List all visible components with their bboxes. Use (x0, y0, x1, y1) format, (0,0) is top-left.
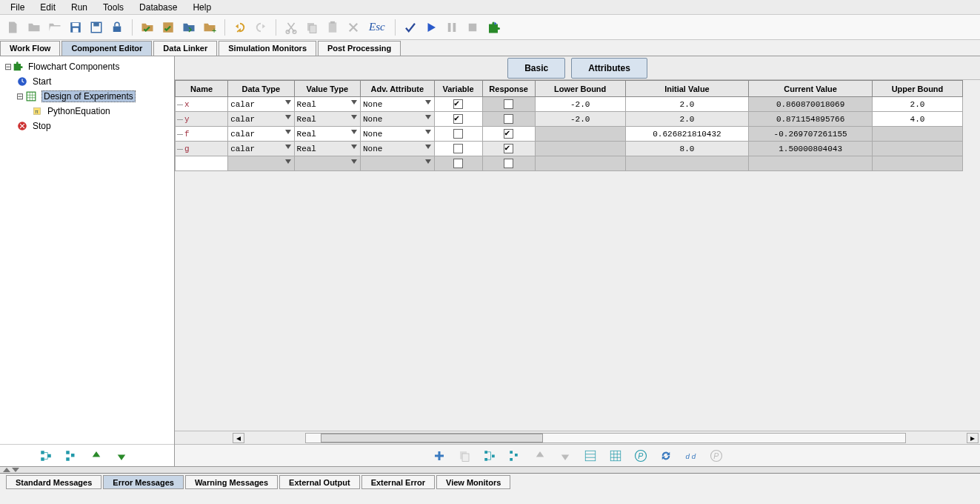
grid-cell[interactable]: 8.0 (625, 142, 749, 156)
btab-view-mon[interactable]: View Monitors (436, 475, 510, 489)
pause-icon[interactable] (443, 19, 461, 36)
checkbox[interactable] (504, 129, 513, 139)
col-lower[interactable]: Lower Bound (535, 81, 625, 97)
tree-start[interactable]: Start (1, 74, 173, 89)
dropdown-arrow-icon[interactable] (425, 159, 431, 164)
grid-cell[interactable]: Real (294, 97, 360, 112)
grid-cell[interactable]: calar (228, 112, 294, 127)
menu-help[interactable]: Help (187, 1, 217, 14)
move-down-icon[interactable] (113, 447, 130, 465)
grid-cell[interactable]: f (176, 127, 228, 142)
copy-row-icon[interactable] (456, 447, 473, 465)
col-response[interactable]: Response (482, 81, 535, 97)
dropdown-arrow-icon[interactable] (285, 115, 291, 119)
grid-cell[interactable] (535, 142, 625, 156)
btab-ext-out[interactable]: External Output (279, 475, 360, 489)
grid-row[interactable]: gcalarRealNone8.01.50000804043 (176, 142, 963, 156)
grid-cell[interactable]: 1.50000804043 (749, 142, 873, 156)
grid-cell[interactable]: calar (228, 127, 294, 142)
grid-cell[interactable] (482, 112, 535, 127)
horizontal-scrollbar[interactable]: ◂ ▸ (175, 431, 980, 444)
grid-cell[interactable] (434, 156, 482, 171)
grid-cell[interactable]: None (360, 112, 434, 127)
tree-stop[interactable]: Stop (1, 119, 173, 133)
grid-cell[interactable]: None (360, 97, 434, 112)
grid-cell[interactable]: y (176, 112, 228, 127)
cut-icon[interactable] (282, 19, 300, 36)
open-check-icon[interactable] (139, 19, 156, 36)
tree-collapse-icon[interactable] (62, 447, 80, 465)
dropdown-arrow-icon[interactable] (285, 159, 291, 164)
dropdown-arrow-icon[interactable] (285, 145, 291, 149)
col-upper[interactable]: Upper Bound (872, 81, 962, 97)
grid-row[interactable] (176, 156, 963, 171)
dropdown-arrow-icon[interactable] (425, 130, 431, 134)
redo-icon[interactable] (252, 19, 270, 36)
grid-cell[interactable] (482, 142, 535, 156)
btab-warning[interactable]: Warning Messages (185, 475, 278, 489)
grid-cell[interactable] (482, 127, 535, 142)
tree-doe[interactable]: ⊟ Design of Experiments (1, 89, 173, 104)
new-file-icon[interactable] (4, 19, 22, 36)
grid-cell[interactable] (228, 156, 294, 171)
checkbox[interactable] (504, 114, 513, 124)
grid-cell[interactable]: 2.0 (625, 97, 749, 112)
menu-database[interactable]: Database (133, 1, 183, 14)
btab-ext-err[interactable]: External Error (361, 475, 435, 489)
tab-data-linker[interactable]: Data Linker (153, 41, 217, 56)
grid-cell[interactable]: Real (294, 142, 360, 156)
splitter-handle[interactable] (0, 467, 980, 473)
checkbox[interactable] (504, 144, 513, 153)
grid-cell[interactable] (535, 156, 625, 171)
grid-cell[interactable]: calar (228, 97, 294, 112)
grid-cell[interactable] (434, 142, 482, 156)
grid-row[interactable]: fcalarRealNone0.626821810432-0.269707261… (176, 127, 963, 142)
grid-cell[interactable] (482, 97, 535, 112)
dropdown-arrow-icon[interactable] (351, 115, 357, 119)
lock-icon[interactable] (108, 19, 126, 36)
checkbox[interactable] (453, 144, 463, 153)
tree-python-equation[interactable]: π PythonEquation (1, 104, 173, 119)
col-variable[interactable]: Variable (434, 81, 482, 97)
undo-icon[interactable] (231, 19, 249, 36)
grid-cell[interactable]: g (176, 142, 228, 156)
dropdown-arrow-icon[interactable] (285, 100, 291, 105)
tree-icon-2[interactable] (506, 447, 524, 465)
col-data-type[interactable]: Data Type (228, 81, 294, 97)
tree-expand-icon[interactable] (37, 447, 55, 465)
scroll-right-icon[interactable]: ▸ (967, 433, 979, 443)
grid-row[interactable]: ycalarRealNone-2.02.00.8711548957664.0 (176, 112, 963, 127)
escape-button[interactable]: Esc (365, 19, 389, 36)
col-initial[interactable]: Initial Value (625, 81, 749, 97)
grid-cell[interactable] (434, 127, 482, 142)
grid-view2-icon[interactable] (607, 447, 624, 465)
save-as-icon[interactable] (87, 19, 105, 36)
checkbox[interactable] (453, 114, 463, 124)
dropdown-arrow-icon[interactable] (285, 130, 291, 134)
col-value-type[interactable]: Value Type (294, 81, 360, 97)
view-tab-basic[interactable]: Basic (507, 58, 565, 79)
grid-cell[interactable] (535, 127, 625, 142)
save-check-icon[interactable] (159, 19, 177, 36)
tree-root[interactable]: ⊟ Flowchart Components (1, 59, 173, 74)
check-icon[interactable] (401, 19, 419, 36)
grid-cell[interactable] (294, 156, 360, 171)
grid-cell[interactable]: x (176, 97, 228, 112)
tab-simulation-monitors[interactable]: Simulation Monitors (219, 41, 316, 56)
grid-cell[interactable]: 2.0 (872, 97, 962, 112)
scroll-left-icon[interactable]: ◂ (233, 433, 244, 443)
col-current[interactable]: Current Value (749, 81, 873, 97)
row-up-icon[interactable] (531, 447, 549, 465)
dropdown-arrow-icon[interactable] (351, 130, 357, 134)
col-name[interactable]: Name (176, 81, 228, 97)
grid-cell[interactable] (872, 127, 962, 142)
grid-cell[interactable] (434, 112, 482, 127)
dropdown-arrow-icon[interactable] (425, 100, 431, 105)
btab-standard[interactable]: Standard Messages (6, 475, 101, 489)
menu-edit[interactable]: Edit (34, 1, 61, 14)
tab-post-processing[interactable]: Post Processing (318, 41, 401, 56)
checkbox[interactable] (504, 159, 513, 168)
grid-cell[interactable]: 4.0 (872, 112, 962, 127)
grid-cell[interactable]: -2.0 (535, 112, 625, 127)
grid-cell[interactable]: -2.0 (535, 97, 625, 112)
